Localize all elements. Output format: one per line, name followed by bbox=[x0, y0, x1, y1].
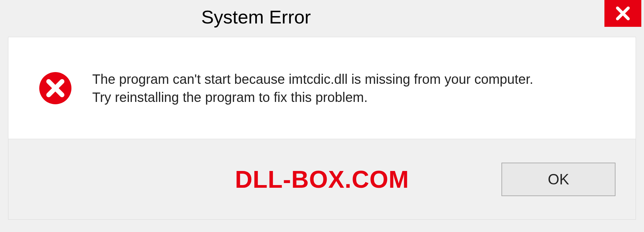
ok-button[interactable]: OK bbox=[501, 163, 615, 196]
message-line-1: The program can't start because imtcdic.… bbox=[92, 70, 533, 88]
close-icon bbox=[615, 5, 631, 21]
content-panel: The program can't start because imtcdic.… bbox=[8, 37, 636, 139]
dialog-title: System Error bbox=[201, 6, 311, 28]
watermark-text: DLL-BOX.COM bbox=[235, 166, 409, 193]
footer-panel: DLL-BOX.COM OK bbox=[8, 139, 636, 220]
error-icon bbox=[39, 71, 72, 105]
error-message: The program can't start because imtcdic.… bbox=[92, 70, 547, 106]
message-line-2: Try reinstalling the program to fix this… bbox=[92, 88, 533, 106]
close-button[interactable] bbox=[604, 0, 641, 27]
titlebar: System Error bbox=[0, 0, 644, 34]
